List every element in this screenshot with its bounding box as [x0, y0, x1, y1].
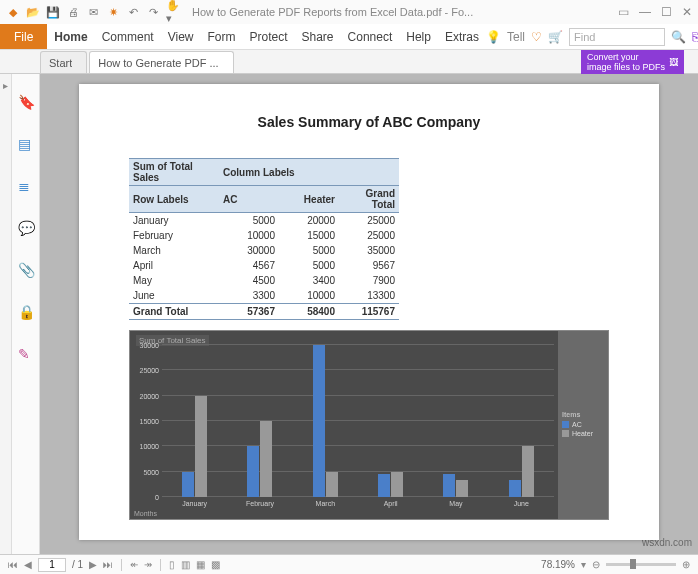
nav-back-icon[interactable]: ↞ [130, 559, 138, 570]
quick-access-toolbar: ◆ 📂 💾 🖨 ✉ ✷ ↶ ↷ ✋▾ [6, 5, 180, 19]
view-cont-icon[interactable]: ▥ [181, 559, 190, 570]
search-icon[interactable]: 🔍 [671, 30, 686, 44]
tab-document[interactable]: How to Generate PDF ... [89, 51, 233, 73]
zoom-out-icon[interactable]: ⊖ [592, 559, 600, 570]
print-icon[interactable]: 🖨 [66, 5, 80, 19]
star-icon[interactable]: ✷ [106, 5, 120, 19]
menu-extras[interactable]: Extras [438, 24, 486, 49]
x-tick-label: January [182, 500, 207, 507]
sales-table: Sum of Total SalesColumn Labels Row Labe… [129, 158, 399, 320]
th-rowlabels: Row Labels [129, 186, 219, 213]
cart-icon[interactable]: 🛒 [548, 30, 563, 44]
maximize-icon[interactable]: ☐ [661, 5, 672, 19]
heart-icon[interactable]: ♡ [531, 30, 542, 44]
save-icon[interactable]: 💾 [46, 5, 60, 19]
menu-view[interactable]: View [161, 24, 201, 49]
zoom-in-icon[interactable]: ⊕ [682, 559, 690, 570]
nav-fwd-icon[interactable]: ↠ [144, 559, 152, 570]
watermark: wsxdn.com [642, 537, 692, 548]
bar-group: May [423, 345, 488, 497]
table-row-total: Grand Total5736758400115767 [129, 304, 399, 320]
bulb-icon[interactable]: 💡 [486, 30, 501, 44]
hand-icon[interactable]: ✋▾ [166, 5, 180, 19]
mail-icon[interactable]: ✉ [86, 5, 100, 19]
document-heading: Sales Summary of ABC Company [129, 114, 609, 130]
x-tick-label: May [449, 500, 462, 507]
page-viewport[interactable]: Sales Summary of ABC Company Sum of Tota… [40, 74, 698, 554]
legend-swatch-ac [562, 421, 569, 428]
view-contfacing-icon[interactable]: ▩ [211, 559, 220, 570]
table-row: May450034007900 [129, 273, 399, 288]
menu-share[interactable]: Share [295, 24, 341, 49]
x-tick-label: June [514, 500, 529, 507]
zoom-value: 78.19% [541, 559, 575, 570]
menu-home[interactable]: Home [47, 24, 94, 49]
th-grandtotal: Grand Total [339, 186, 399, 213]
menu-form[interactable]: Form [201, 24, 243, 49]
bar-heater [260, 421, 272, 497]
zoom-dropdown-icon[interactable]: ▾ [581, 559, 586, 570]
bar-ac [313, 345, 325, 497]
bar-heater [326, 472, 338, 497]
search-input[interactable]: Find [569, 28, 665, 46]
prev-page-icon[interactable]: ◀ [24, 559, 32, 570]
table-row: February100001500025000 [129, 228, 399, 243]
table-row: June33001000013300 [129, 288, 399, 304]
security-icon[interactable]: 🔒 [18, 304, 34, 320]
view-single-icon[interactable]: ▯ [169, 559, 175, 570]
zoom-slider[interactable] [606, 563, 676, 566]
menu-help[interactable]: Help [399, 24, 438, 49]
x-tick-label: April [384, 500, 398, 507]
x-tick-label: February [246, 500, 274, 507]
bar-group: March [293, 345, 358, 497]
tell-me[interactable]: Tell [507, 30, 525, 44]
file-menu[interactable]: File [0, 24, 47, 49]
comments-icon[interactable]: 💬 [18, 220, 34, 236]
minimize-icon[interactable]: — [639, 5, 651, 19]
menu-comment[interactable]: Comment [95, 24, 161, 49]
legend-swatch-heater [562, 430, 569, 437]
th-ac: AC [219, 186, 279, 213]
bar-heater [522, 446, 534, 497]
bar-heater [456, 480, 468, 497]
bar-ac [443, 474, 455, 497]
view-facing-icon[interactable]: ▦ [196, 559, 205, 570]
workspace: ▸ 🔖 ▤ ≣ 💬 📎 🔒 ✎ Sales Summary of ABC Com… [0, 74, 698, 554]
promo-line1: Convert your [587, 52, 665, 62]
bar-ac [378, 474, 390, 497]
panel-toggle-icon[interactable]: ⎘ [692, 30, 698, 44]
pages-icon[interactable]: ▤ [18, 136, 34, 152]
app-icon: ◆ [6, 5, 20, 19]
bar-heater [391, 472, 403, 497]
last-page-icon[interactable]: ⏭ [103, 559, 113, 570]
promo-banner[interactable]: Convert your image files to PDFs 🖼 [581, 50, 684, 74]
ribbon-toggle-icon[interactable]: ▭ [618, 5, 629, 19]
bookmark-icon[interactable]: 🔖 [18, 94, 34, 110]
pdf-page: Sales Summary of ABC Company Sum of Tota… [79, 84, 659, 540]
tab-start[interactable]: Start [40, 51, 87, 73]
signature-icon[interactable]: ✎ [18, 346, 34, 362]
next-page-icon[interactable]: ▶ [89, 559, 97, 570]
bar-ac [247, 446, 259, 497]
open-icon[interactable]: 📂 [26, 5, 40, 19]
legend-title: Items [562, 411, 604, 418]
redo-icon[interactable]: ↷ [146, 5, 160, 19]
menu-protect[interactable]: Protect [243, 24, 295, 49]
page-total: / 1 [72, 559, 83, 570]
bar-group: February [227, 345, 292, 497]
table-row: January50002000025000 [129, 213, 399, 229]
bar-ac [509, 480, 521, 497]
page-input[interactable] [38, 558, 66, 572]
x-tick-label: March [316, 500, 335, 507]
chart-bars: JanuaryFebruaryMarchAprilMayJune [162, 345, 554, 497]
window-title: How to Generate PDF Reports from Excel D… [192, 6, 618, 18]
layers-icon[interactable]: ≣ [18, 178, 34, 194]
undo-icon[interactable]: ↶ [126, 5, 140, 19]
close-icon[interactable]: ✕ [682, 5, 692, 19]
menu-connect[interactable]: Connect [341, 24, 400, 49]
bar-heater [195, 396, 207, 497]
statusbar: ⏮ ◀ / 1 ▶ ⏭ ↞ ↠ ▯ ▥ ▦ ▩ 78.19% ▾ ⊖ ⊕ [0, 554, 698, 574]
sidebar-expand-handle[interactable]: ▸ [0, 74, 12, 554]
first-page-icon[interactable]: ⏮ [8, 559, 18, 570]
attachment-icon[interactable]: 📎 [18, 262, 34, 278]
